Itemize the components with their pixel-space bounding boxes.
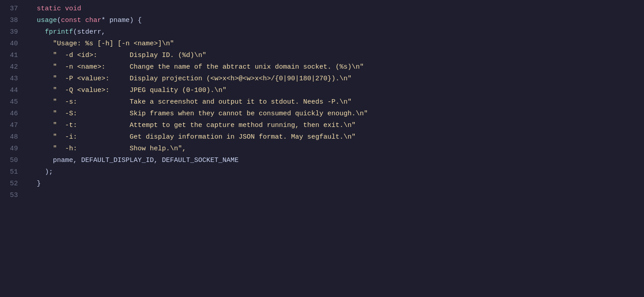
line-number: 49 [0, 144, 27, 154]
line-number: 50 [0, 155, 27, 166]
code-token [29, 75, 53, 83]
code-token: " -d <id>: Display ID. (%d)\n" [53, 52, 206, 59]
line-content: " -d <id>: Display ID. (%d)\n" [27, 50, 644, 61]
code-line: 52 } [0, 179, 644, 190]
line-content: " -h: Show help.\n", [27, 144, 644, 154]
code-token: "Usage: %s [-h] [-n <name>]\n" [53, 40, 174, 48]
line-number: 51 [0, 167, 27, 178]
code-line: 48 " -i: Get display information in JSON… [0, 132, 644, 144]
code-token: " -Q <value>: JPEG quality (0-100).\n" [53, 87, 226, 94]
line-number: 37 [0, 4, 27, 14]
code-line: 38 usage(const char* pname) { [0, 15, 644, 27]
code-token: " -t: Attempt to get the capture method … [53, 122, 356, 129]
code-token: ( [57, 17, 61, 24]
code-token: ); [29, 168, 53, 176]
code-token [29, 28, 45, 36]
code-token: " -s: Take a screenshot and output it to… [53, 98, 352, 106]
code-line: 40 "Usage: %s [-h] [-n <name>]\n" [0, 39, 644, 50]
line-number: 44 [0, 85, 27, 96]
code-token [29, 98, 53, 106]
code-token: (stderr, [73, 28, 105, 36]
code-token [29, 110, 53, 118]
code-token [29, 145, 53, 153]
line-number: 40 [0, 39, 27, 49]
code-token: fprintf [45, 28, 73, 36]
line-content: ); [27, 167, 644, 178]
code-token: static void [29, 5, 81, 13]
line-content: " -S: Skip frames when they cannot be co… [27, 109, 644, 119]
line-number: 47 [0, 120, 27, 131]
line-content: static void [27, 4, 644, 14]
line-content: } [27, 179, 644, 189]
code-token: const char [61, 17, 101, 24]
line-number: 46 [0, 109, 27, 119]
code-line: 41 " -d <id>: Display ID. (%d)\n" [0, 50, 644, 62]
line-number: 42 [0, 62, 27, 73]
code-line: 53 [0, 190, 644, 202]
code-token [29, 40, 53, 48]
code-line: 47 " -t: Attempt to get the capture meth… [0, 120, 644, 132]
line-number: 52 [0, 179, 27, 189]
line-number: 41 [0, 50, 27, 61]
code-token: pname, DEFAULT_DISPLAY_ID, DEFAULT_SOCKE… [29, 157, 239, 164]
code-token [29, 133, 53, 141]
line-content: " -s: Take a screenshot and output it to… [27, 97, 644, 108]
code-token: } [29, 180, 41, 188]
code-token [29, 52, 53, 59]
code-line: 50 pname, DEFAULT_DISPLAY_ID, DEFAULT_SO… [0, 155, 644, 167]
code-line: 43 " -P <value>: Display projection (<w>… [0, 74, 644, 85]
code-line: 45 " -s: Take a screenshot and output it… [0, 97, 644, 109]
line-content: " -t: Attempt to get the capture method … [27, 120, 644, 131]
line-content: " -n <name>: Change the name of the abtr… [27, 62, 644, 73]
code-token: usage [29, 17, 57, 24]
line-content: "Usage: %s [-h] [-n <name>]\n" [27, 39, 644, 49]
code-line: 46 " -S: Skip frames when they cannot be… [0, 109, 644, 120]
code-line: 44 " -Q <value>: JPEG quality (0-100).\n… [0, 85, 644, 97]
code-token [29, 63, 53, 71]
code-line: 49 " -h: Show help.\n", [0, 144, 644, 155]
line-content: fprintf(stderr, [27, 27, 644, 38]
code-line: 42 " -n <name>: Change the name of the a… [0, 62, 644, 74]
code-line: 37 static void [0, 4, 644, 15]
code-token: " -S: Skip frames when they cannot be co… [53, 110, 368, 118]
code-token: * pname) { [101, 17, 142, 24]
line-content: " -P <value>: Display projection (<w>x<h… [27, 74, 644, 84]
code-token: " -h: Show help.\n", [53, 145, 186, 153]
line-content: " -i: Get display information in JSON fo… [27, 132, 644, 143]
line-content: pname, DEFAULT_DISPLAY_ID, DEFAULT_SOCKE… [27, 155, 644, 166]
line-number: 53 [0, 190, 27, 201]
code-line: 51 ); [0, 167, 644, 179]
line-number: 45 [0, 97, 27, 108]
line-number: 48 [0, 132, 27, 143]
line-number: 39 [0, 27, 27, 38]
code-token [29, 122, 53, 129]
code-line: 39 fprintf(stderr, [0, 27, 644, 39]
code-token: " -n <name>: Change the name of the abtr… [53, 63, 364, 71]
code-token [29, 87, 53, 94]
line-number: 38 [0, 15, 27, 26]
code-token: " -i: Get display information in JSON fo… [53, 133, 356, 141]
code-editor: 37 static void38 usage(const char* pname… [0, 0, 644, 205]
line-number: 43 [0, 74, 27, 84]
code-token: " -P <value>: Display projection (<w>x<h… [53, 75, 352, 83]
line-content: usage(const char* pname) { [27, 15, 644, 26]
line-content: " -Q <value>: JPEG quality (0-100).\n" [27, 85, 644, 96]
